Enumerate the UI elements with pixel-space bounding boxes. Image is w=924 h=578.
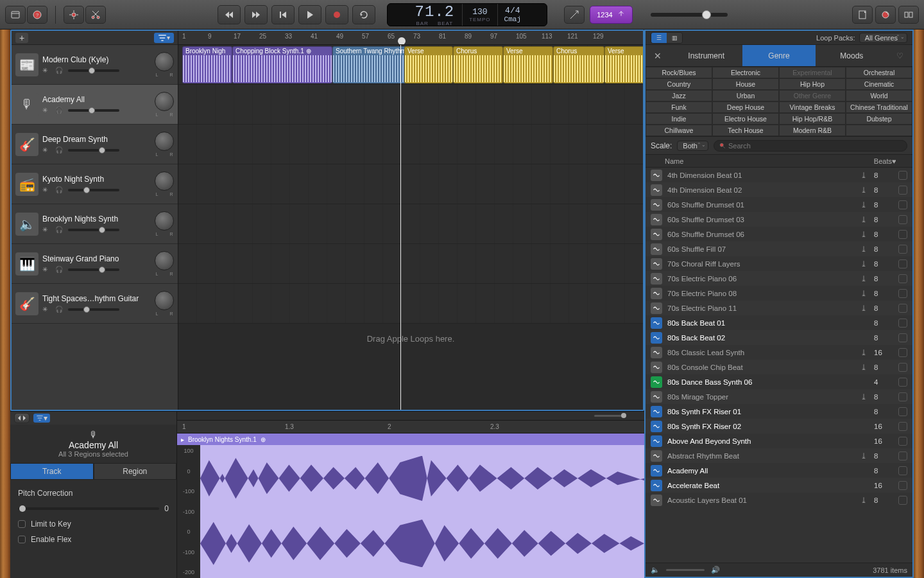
loop-row[interactable]: 80s Back Beat 02 8	[646, 330, 912, 345]
mute-icon[interactable]: ✳︎	[42, 306, 51, 313]
track-volume-slider[interactable]	[68, 229, 119, 231]
genre-button[interactable]: House	[712, 78, 779, 90]
favorite-checkbox[interactable]	[898, 496, 907, 505]
download-icon[interactable]: ⤓	[859, 363, 869, 372]
genre-button[interactable]: Indie	[646, 113, 712, 125]
download-icon[interactable]: ⤓	[859, 186, 869, 195]
favorite-checkbox[interactable]	[898, 392, 907, 401]
rewind-button[interactable]	[218, 5, 241, 24]
favorite-checkbox[interactable]	[898, 245, 907, 254]
favorite-checkbox[interactable]	[898, 230, 907, 239]
close-filters-button[interactable]: ✕	[646, 45, 670, 66]
headphones-icon[interactable]: 🎧	[55, 186, 64, 194]
loop-row[interactable]: 80s Synth FX Riser 01 8	[646, 404, 912, 419]
enable-flex-checkbox[interactable]	[18, 536, 26, 543]
mute-icon[interactable]: ✳︎	[42, 186, 51, 194]
arrange-lane[interactable]	[178, 204, 643, 244]
pan-knob[interactable]	[155, 251, 174, 270]
genre-button[interactable]: Urban	[712, 90, 779, 101]
loop-view-segment[interactable]: ☰ ▥	[651, 32, 683, 44]
loop-row[interactable]: 80s Console Chip Beat ⤓ 8	[646, 360, 912, 374]
favorite-checkbox[interactable]	[898, 186, 907, 195]
download-icon[interactable]: ⤓	[859, 215, 869, 224]
download-icon[interactable]: ⤓	[859, 304, 869, 313]
loop-browser-button[interactable]	[875, 6, 896, 24]
arrange-lane[interactable]	[178, 244, 643, 284]
favorite-checkbox[interactable]	[898, 451, 907, 460]
help-button[interactable]: ?	[27, 6, 47, 24]
tab-genre[interactable]: Genre	[742, 45, 815, 66]
genre-button[interactable]: Dubstep	[846, 113, 912, 125]
genre-button[interactable]: Hip Hop	[779, 78, 846, 90]
loop-row[interactable]: 4th Dimension Beat 01 ⤓ 8	[646, 168, 912, 182]
media-browser-button[interactable]	[898, 6, 919, 24]
audio-region[interactable]: Chopping Block Synth.1 ⊕	[232, 46, 332, 83]
loop-search-input[interactable]: Search	[714, 140, 907, 152]
mute-icon[interactable]: ✳︎	[42, 107, 51, 114]
genre-button[interactable]: Chinese Traditional	[846, 101, 912, 113]
pan-knob[interactable]	[155, 211, 174, 231]
lcd-display[interactable]: 71.2 BARBEAT 130TEMPO 4/4Cmaj	[387, 3, 547, 26]
track-volume-slider[interactable]	[68, 308, 119, 311]
pan-knob[interactable]	[155, 132, 174, 151]
record-button[interactable]	[325, 5, 348, 24]
loop-row[interactable]: 60s Shuffle Drumset 01 ⤓ 8	[646, 197, 912, 212]
favorite-checkbox[interactable]	[898, 378, 907, 387]
download-icon[interactable]: ⤓	[859, 259, 869, 268]
editor-filter-button[interactable]: ▾	[33, 414, 50, 423]
headphones-icon[interactable]: 🎧	[55, 266, 64, 274]
scale-dropdown[interactable]: Both	[677, 141, 708, 151]
genre-button[interactable]: Country	[646, 78, 712, 90]
genre-button[interactable]: Deep House	[712, 101, 779, 113]
download-icon[interactable]: ⤓	[859, 171, 869, 180]
favorite-checkbox[interactable]	[898, 422, 907, 431]
download-icon[interactable]: ⤓	[859, 245, 869, 254]
library-button[interactable]	[5, 6, 26, 24]
loop-row[interactable]: 80s Mirage Topper ⤓ 8	[646, 389, 912, 404]
limit-to-key-checkbox[interactable]	[18, 520, 26, 528]
loop-row[interactable]: 70s Electric Piano 11 ⤓ 8	[646, 301, 912, 315]
go-to-start-button[interactable]	[271, 5, 295, 24]
loop-row[interactable]: 70s Electric Piano 08 ⤓ 8	[646, 286, 912, 301]
pan-knob[interactable]	[155, 92, 174, 111]
genre-button[interactable]: Experimental	[779, 67, 846, 78]
mute-icon[interactable]: ✳︎	[42, 226, 51, 234]
arrange-lane[interactable]	[178, 284, 643, 324]
loop-row[interactable]: 70s Choral Riff Layers ⤓ 8	[646, 256, 912, 271]
loop-row[interactable]: Accelerate Beat 16	[646, 478, 912, 493]
favorite-checkbox[interactable]	[898, 466, 907, 475]
headphones-icon[interactable]: 🎧	[55, 67, 64, 74]
favorite-checkbox[interactable]	[898, 274, 907, 283]
preview-volume-slider[interactable]	[666, 569, 705, 571]
genre-button[interactable]: Tech House	[712, 125, 779, 136]
editor-hzoom-slider[interactable]	[594, 412, 626, 419]
download-icon[interactable]: ⤓	[859, 200, 869, 209]
track-row[interactable]: 🎹 Steinway Grand Piano ✳︎ 🎧 LR	[12, 244, 178, 284]
favorite-checkbox[interactable]	[898, 363, 907, 372]
track-volume-slider[interactable]	[68, 268, 119, 271]
pan-knob[interactable]	[155, 171, 174, 191]
loop-row[interactable]: 70s Electric Piano 06 ⤓ 8	[646, 271, 912, 286]
loop-row[interactable]: 60s Shuffle Fill 07 ⤓ 8	[646, 241, 912, 256]
headphones-icon[interactable]: 🎧	[55, 226, 64, 234]
playhead-marker-icon[interactable]	[397, 36, 407, 45]
arrange-lane[interactable]	[178, 125, 643, 164]
favorite-checkbox[interactable]	[898, 407, 907, 416]
loop-row[interactable]: 80s Classic Lead Synth ⤓ 16	[646, 345, 912, 360]
loop-row[interactable]: Academy All 8	[646, 463, 912, 478]
favorite-checkbox[interactable]	[898, 289, 907, 298]
track-row[interactable]: 🔈 Brooklyn Nights Synth ✳︎ 🎧 LR	[12, 204, 178, 244]
download-icon[interactable]: ⤓	[859, 289, 869, 298]
genre-button[interactable]: Orchestral	[846, 67, 912, 78]
audio-region[interactable]: Verse	[404, 46, 453, 83]
tuner-button[interactable]	[564, 6, 585, 24]
tab-moods[interactable]: Moods	[816, 45, 888, 66]
scissors-button[interactable]	[85, 6, 106, 24]
arrange-lane[interactable]	[178, 164, 643, 204]
pan-knob[interactable]	[155, 52, 174, 71]
audio-region[interactable]: Brooklyn Nigh	[182, 46, 232, 83]
track-volume-slider[interactable]	[68, 149, 119, 152]
favorite-checkbox[interactable]	[898, 319, 907, 328]
loop-row[interactable]: Above And Beyond Synth 16	[646, 434, 912, 448]
count-in-button[interactable]: 1234	[590, 6, 632, 24]
